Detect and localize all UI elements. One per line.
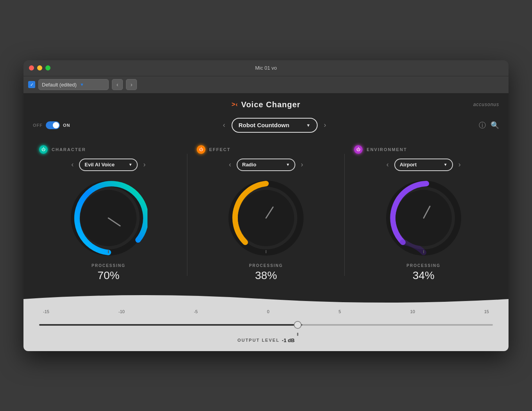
title-bar: Mic 01 vo xyxy=(23,60,509,76)
maximize-button[interactable] xyxy=(45,65,50,70)
effect-power-icon: ⏻ xyxy=(199,147,203,151)
preset-dropdown-arrow-icon: ▼ xyxy=(306,123,311,128)
character-processing-value: 70% xyxy=(97,269,119,282)
effect-section: ⏻ EFFECT ‹ Radio ▼ › xyxy=(187,139,345,291)
environment-header: ⏻ ENVIRONMENT xyxy=(354,145,407,154)
next-preset-button[interactable]: › xyxy=(126,79,137,90)
output-slider-thumb[interactable] xyxy=(294,321,302,329)
effect-header: ⏻ EFFECT xyxy=(197,145,231,154)
environment-preset-dropdown[interactable]: Airport ▼ xyxy=(394,159,453,171)
effect-prev-button[interactable]: ‹ xyxy=(227,159,233,170)
character-knob-svg xyxy=(69,179,147,257)
preset-name: Default (edited) xyxy=(42,82,77,88)
brand-logo: accusonus xyxy=(473,102,499,107)
environment-processing-label: PROCESSING xyxy=(406,263,440,268)
next-icon: › xyxy=(131,81,133,88)
prev-preset-button[interactable]: ‹ xyxy=(112,79,123,90)
effect-preset-name: Radio xyxy=(242,162,256,168)
character-header: ⏻ CHARACTER xyxy=(39,145,86,154)
dropdown-arrow-icon: ▼ xyxy=(80,82,84,87)
environment-preset-name: Airport xyxy=(400,162,417,168)
character-processing-label: PROCESSING xyxy=(92,263,126,268)
effect-knob[interactable] xyxy=(227,179,305,257)
scale-0: 0 xyxy=(267,309,269,314)
close-button[interactable] xyxy=(29,65,34,70)
environment-knob-svg xyxy=(385,179,463,257)
toggle-group: OFF ON xyxy=(33,121,70,129)
character-preset-dropdown[interactable]: Evil AI Voice ▼ xyxy=(79,159,138,171)
sections: ⏻ CHARACTER ‹ Evil AI Voice ▼ › xyxy=(23,139,509,291)
controls-right: ⓘ 🔍 xyxy=(479,121,499,130)
toggle-off-label: OFF xyxy=(33,123,43,128)
preset-navigation: ‹ Robot Countdown ▼ › xyxy=(221,118,328,133)
scale-10: 10 xyxy=(410,309,415,314)
search-icon[interactable]: 🔍 xyxy=(491,121,499,130)
environment-dropdown-arrow-icon: ▼ xyxy=(444,162,448,167)
effect-dropdown-arrow-icon: ▼ xyxy=(286,162,290,167)
effect-preset-row: ‹ Radio ▼ › xyxy=(227,159,305,171)
scale-neg10: -10 xyxy=(119,309,125,314)
effect-next-button[interactable]: › xyxy=(299,159,305,170)
slider-track-left xyxy=(39,324,302,326)
environment-power-icon: ⏻ xyxy=(356,147,360,151)
next-global-preset-button[interactable]: › xyxy=(322,119,328,131)
main-window: Mic 01 vo ✓ Default (edited) ▼ ‹ › >‹ Vo… xyxy=(23,60,509,351)
environment-knob[interactable] xyxy=(385,179,463,257)
output-level-label: OUTPUT LEVEL xyxy=(237,338,280,342)
output-scale: -15 -10 -5 0 5 10 15 xyxy=(39,309,493,314)
preset-dropdown[interactable]: Default (edited) ▼ xyxy=(38,79,109,90)
plugin-icon: >‹ xyxy=(232,101,238,108)
effect-processing-label: PROCESSING xyxy=(249,263,283,268)
power-icon: ⏻ xyxy=(41,147,45,151)
prev-global-preset-button[interactable]: ‹ xyxy=(221,119,227,131)
environment-section: ⏻ ENVIRONMENT ‹ Airport ▼ › xyxy=(345,139,502,291)
wave-divider xyxy=(23,291,509,303)
character-section: ⏻ CHARACTER ‹ Evil AI Voice ▼ › xyxy=(30,139,187,291)
slider-track-right xyxy=(302,324,493,326)
toggle-on-label: ON xyxy=(63,123,70,128)
global-preset-dropdown[interactable]: Robot Countdown ▼ xyxy=(232,118,318,133)
power-toggle[interactable] xyxy=(46,121,60,129)
environment-power-button[interactable]: ⏻ xyxy=(354,145,363,154)
info-icon[interactable]: ⓘ xyxy=(479,121,486,130)
scale-neg5: -5 xyxy=(194,309,198,314)
scale-5: 5 xyxy=(338,309,341,314)
output-slider-container xyxy=(39,317,493,333)
enabled-checkbox[interactable]: ✓ xyxy=(28,81,35,88)
character-label: CHARACTER xyxy=(52,147,86,152)
window-title: Mic 01 vo xyxy=(255,65,277,71)
plugin-title-text: Voice Changer xyxy=(241,100,301,109)
character-prev-button[interactable]: ‹ xyxy=(70,159,75,170)
environment-label: ENVIRONMENT xyxy=(367,147,407,152)
environment-next-button[interactable]: › xyxy=(457,159,462,170)
controls-bar: OFF ON ‹ Robot Countdown ▼ › ⓘ 🔍 xyxy=(23,115,509,139)
effect-knob-svg xyxy=(227,179,305,257)
prev-icon: ‹ xyxy=(117,81,119,88)
effect-preset-dropdown[interactable]: Radio ▼ xyxy=(237,159,295,171)
effect-processing-value: 38% xyxy=(255,269,277,282)
character-next-button[interactable]: › xyxy=(142,159,147,170)
scale-neg15: -15 xyxy=(43,309,49,314)
slider-tick-container xyxy=(39,333,493,336)
plugin-body: >‹ Voice Changer accusonus OFF ON ‹ Robo… xyxy=(23,93,509,351)
effect-label: EFFECT xyxy=(209,147,231,152)
output-level-value: -1 dB xyxy=(282,337,295,343)
environment-processing-value: 34% xyxy=(413,269,435,282)
environment-prev-button[interactable]: ‹ xyxy=(385,159,390,170)
output-label-row: OUTPUT LEVEL -1 dB xyxy=(39,337,493,343)
minimize-button[interactable] xyxy=(37,65,42,70)
slider-tick xyxy=(297,333,298,336)
global-preset-name: Robot Countdown xyxy=(239,122,289,128)
plugin-title: >‹ Voice Changer xyxy=(232,100,300,109)
character-power-button[interactable]: ⏻ xyxy=(39,145,48,154)
character-dropdown-arrow-icon: ▼ xyxy=(128,162,132,167)
scale-15: 15 xyxy=(484,309,489,314)
character-preset-row: ‹ Evil AI Voice ▼ › xyxy=(70,159,147,171)
character-preset-name: Evil AI Voice xyxy=(84,162,115,168)
environment-preset-row: ‹ Airport ▼ › xyxy=(385,159,462,171)
toolbar: ✓ Default (edited) ▼ ‹ › xyxy=(23,76,509,93)
effect-power-button[interactable]: ⏻ xyxy=(197,145,205,154)
character-knob[interactable] xyxy=(69,179,147,257)
window-controls xyxy=(29,65,50,70)
output-section: -15 -10 -5 0 5 10 15 OUTPUT LEVEL -1 dB xyxy=(23,303,509,351)
